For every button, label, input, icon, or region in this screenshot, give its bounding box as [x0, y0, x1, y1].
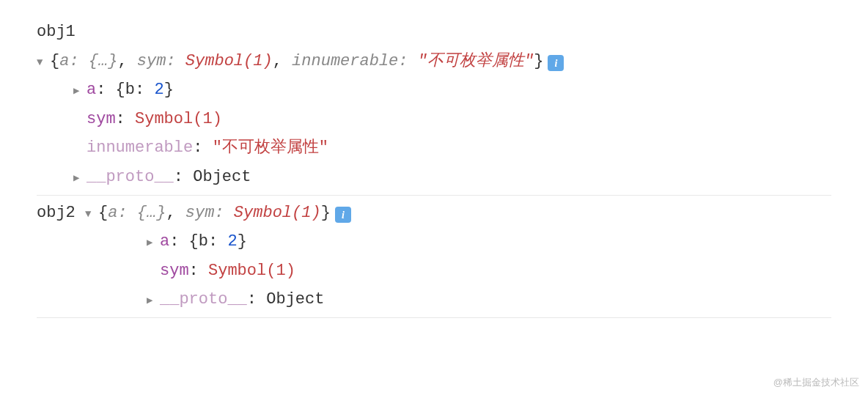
obj2-prop-a[interactable]: a: {b: 2}: [37, 227, 831, 256]
info-icon[interactable]: i: [548, 55, 564, 71]
prop-key: __proto__: [87, 163, 174, 192]
prop-key: sym: [160, 256, 189, 286]
prop-key: a: [87, 75, 96, 105]
obj2-preview-line[interactable]: obj2 {a: {…}, sym: Symbol(1)} i: [37, 199, 831, 228]
obj2-proto[interactable]: __proto__: Object: [37, 285, 831, 314]
obj2-preview: {a: {…}, sym: Symbol(1)}: [98, 199, 331, 228]
obj2-var-name: obj2: [37, 199, 76, 228]
obj1-preview: {a: {…}, sym: Symbol(1), innumerable: "不…: [50, 47, 543, 76]
obj1-prop-a[interactable]: a: {b: 2}: [37, 75, 831, 105]
obj1-prop-innumerable: innumerable: "不可枚举属性": [37, 133, 831, 163]
expand-arrow-icon[interactable]: [147, 234, 160, 252]
info-icon[interactable]: i: [335, 207, 351, 223]
prop-key: sym: [87, 105, 116, 134]
obj1-var-name: obj1: [37, 18, 76, 47]
prop-key: __proto__: [160, 285, 247, 314]
expand-arrow-icon[interactable]: [85, 205, 98, 224]
expand-arrow-icon[interactable]: [147, 292, 160, 310]
expand-arrow-icon[interactable]: [73, 82, 87, 100]
obj2-prop-sym: sym: Symbol(1): [37, 256, 831, 286]
console-log-obj2: obj2 {a: {…}, sym: Symbol(1)} i a: {b: 2…: [37, 196, 831, 318]
console-log-obj1: obj1 {a: {…}, sym: Symbol(1), innumerabl…: [37, 15, 831, 196]
obj1-proto[interactable]: __proto__: Object: [37, 163, 831, 192]
obj1-preview-line[interactable]: {a: {…}, sym: Symbol(1), innumerable: "不…: [37, 47, 831, 76]
expand-arrow-icon[interactable]: [73, 169, 87, 188]
obj1-prop-sym: sym: Symbol(1): [37, 105, 831, 134]
expand-arrow-icon[interactable]: [37, 53, 50, 72]
prop-key: a: [160, 227, 169, 256]
prop-key: innumerable: [87, 133, 193, 163]
obj1-label-line: obj1: [37, 18, 831, 47]
